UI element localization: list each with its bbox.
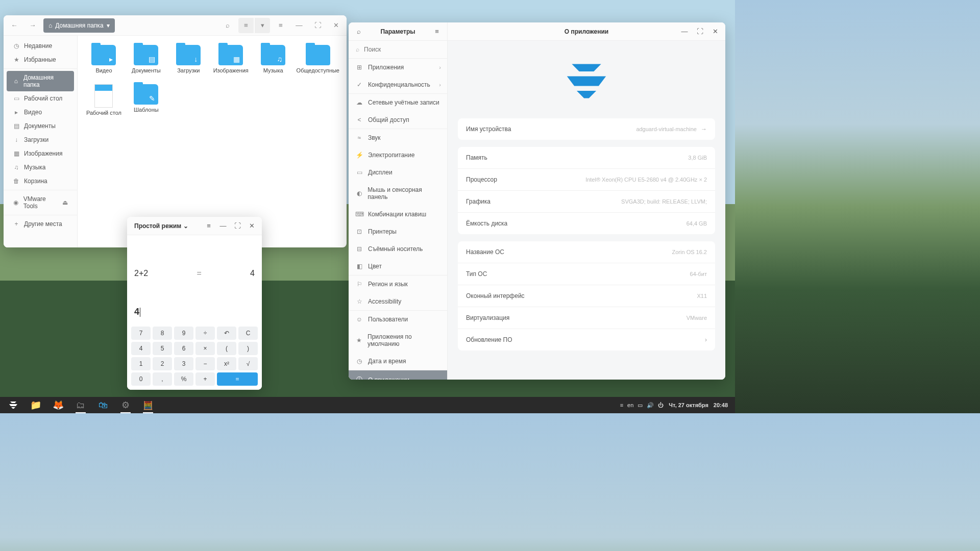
sidebar-item[interactable]: ◉VMware Tools⏏ — [7, 192, 74, 213]
folder-item[interactable]: ▤Документы — [126, 42, 166, 77]
settings-sidebar-item[interactable]: ◐Мышь и сенсорная панель — [349, 181, 447, 206]
nav-forward-button[interactable]: → — [25, 18, 40, 33]
settings-sidebar-item[interactable]: ☆Accessibility — [349, 293, 447, 310]
taskbar-settings-icon[interactable]: ⚙ — [115, 397, 136, 413]
maximize-button[interactable]: ⛶ — [230, 219, 244, 233]
sidebar-item[interactable]: ◷Недавние — [7, 39, 74, 53]
calc-key[interactable]: 0 — [131, 372, 151, 386]
sidebar-item[interactable]: ↓Загрузки — [7, 133, 74, 146]
sidebar-item[interactable]: 🗑Корзина — [7, 174, 74, 188]
calc-key[interactable]: 2 — [153, 357, 172, 370]
settings-sidebar-item[interactable]: ◧Цвет — [349, 258, 447, 275]
search-button[interactable]: ⌕ — [220, 18, 235, 33]
taskbar-files-icon[interactable]: 📁 — [26, 397, 46, 413]
calc-key[interactable]: 8 — [153, 327, 172, 340]
calc-key[interactable]: ( — [217, 342, 236, 355]
settings-sidebar-item[interactable]: ⓘО приложении — [349, 370, 447, 380]
taskbar-nautilus-icon[interactable]: 🗂 — [70, 397, 91, 413]
settings-sidebar-item[interactable]: ✓Конфиденциальность› — [349, 76, 447, 93]
settings-sidebar-item[interactable]: ★Приложения по умолчанию — [349, 328, 447, 353]
calc-key[interactable]: ↶ — [217, 327, 236, 340]
sidebar-item[interactable]: ▦Изображения — [7, 147, 74, 160]
settings-sidebar-item[interactable]: <Общий доступ — [349, 111, 447, 129]
info-row[interactable]: Обновление ПО› — [458, 329, 715, 350]
hamburger-menu-button[interactable]: ≡ — [430, 24, 444, 39]
calc-key[interactable]: 5 — [153, 342, 172, 355]
calc-key[interactable]: % — [174, 372, 193, 386]
tray-menu-icon[interactable]: ≡ — [620, 402, 623, 408]
calc-key[interactable]: 9 — [174, 327, 193, 340]
settings-sidebar-item[interactable]: ☁Сетевые учётные записи — [349, 94, 447, 111]
calc-key[interactable]: × — [195, 342, 215, 355]
breadcrumb[interactable]: ⌂ Домашняя папка ▾ — [43, 18, 115, 33]
minimize-button[interactable]: — — [291, 18, 307, 33]
eject-icon[interactable]: ⏏ — [62, 199, 68, 206]
calc-key[interactable]: x² — [217, 357, 236, 370]
tray-lang-indicator[interactable]: en — [627, 402, 633, 408]
device-name-row[interactable]: Имя устройства adguard-virtual-machine→ — [458, 118, 715, 140]
settings-sidebar-item[interactable]: ⊞Приложения› — [349, 59, 447, 76]
calc-key[interactable]: , — [153, 372, 172, 386]
taskbar-software-icon[interactable]: 🛍 — [93, 397, 113, 413]
nav-back-button[interactable]: ← — [7, 18, 22, 33]
calc-key[interactable]: 6 — [174, 342, 193, 355]
calc-equals-button[interactable]: = — [217, 372, 258, 386]
calc-key[interactable]: 7 — [131, 327, 151, 340]
settings-sidebar-item[interactable]: ⌨Комбинации клавиш — [349, 206, 447, 223]
hamburger-menu-button[interactable]: ≡ — [273, 18, 288, 33]
folder-item[interactable]: ▸Видео — [84, 42, 124, 77]
sidebar-item[interactable]: ▸Видео — [7, 106, 74, 119]
taskbar-firefox-icon[interactable]: 🦊 — [48, 397, 68, 413]
sidebar-item[interactable]: +Другие места — [7, 217, 74, 231]
close-button[interactable]: ✕ — [244, 219, 259, 233]
tray-volume-icon[interactable]: 🔊 — [647, 402, 654, 409]
calc-key[interactable]: − — [195, 357, 215, 370]
calc-input[interactable]: 4 — [134, 307, 255, 317]
folder-item[interactable]: ▦Изображения — [211, 42, 251, 77]
start-menu-button[interactable] — [3, 397, 23, 413]
tray-date[interactable]: Чт, 27 октября — [669, 402, 708, 408]
calc-key[interactable]: 1 — [131, 357, 151, 370]
tray-time[interactable]: 20:48 — [714, 402, 728, 408]
taskbar-calculator-icon[interactable]: 🧮 — [138, 397, 158, 413]
calc-key[interactable]: C — [238, 327, 258, 340]
close-button[interactable]: ✕ — [708, 24, 722, 39]
tray-power-icon[interactable]: ⏻ — [658, 402, 664, 408]
settings-sidebar-item[interactable]: ⚐Регион и язык — [349, 276, 447, 293]
sidebar-item[interactable]: ★Избранные — [7, 53, 74, 66]
maximize-button[interactable]: ⛶ — [693, 24, 707, 39]
sidebar-item[interactable]: ▭Рабочий стол — [7, 92, 74, 105]
sidebar-item[interactable]: ▤Документы — [7, 119, 74, 133]
folder-item[interactable]: ✎Шаблоны — [126, 81, 166, 119]
settings-search-input[interactable] — [354, 44, 442, 55]
settings-sidebar-item[interactable]: ⊡Принтеры — [349, 223, 447, 240]
sidebar-item[interactable]: ♫Музыка — [7, 161, 74, 174]
folder-item[interactable]: Рабочий стол — [84, 81, 124, 119]
settings-sidebar-item[interactable]: ☺Пользователи — [349, 311, 447, 328]
minimize-button[interactable]: — — [216, 219, 230, 233]
hamburger-menu-button[interactable]: ≡ — [202, 219, 216, 233]
calc-mode-dropdown[interactable]: Простой режим ⌄ — [130, 222, 192, 230]
search-button[interactable]: ⌕ — [352, 24, 366, 39]
calc-key[interactable]: √ — [238, 357, 258, 370]
folder-item[interactable]: Общедоступные — [296, 42, 340, 77]
close-button[interactable]: ✕ — [328, 18, 344, 33]
view-dropdown-button[interactable]: ▾ — [255, 18, 270, 33]
folder-item[interactable]: ↓Загрузки — [168, 42, 209, 77]
settings-sidebar-item[interactable]: ◷Дата и время — [349, 353, 447, 370]
calc-key[interactable]: 4 — [131, 342, 151, 355]
minimize-button[interactable]: — — [677, 24, 692, 39]
maximize-button[interactable]: ⛶ — [310, 18, 325, 33]
settings-sidebar-item[interactable]: ⚡Электропитание — [349, 146, 447, 164]
calc-key[interactable]: ÷ — [195, 327, 215, 340]
view-list-button[interactable]: ≡ — [238, 18, 254, 33]
settings-sidebar-item[interactable]: ▭Дисплеи — [349, 164, 447, 181]
calc-key[interactable]: + — [195, 372, 215, 386]
tray-display-icon[interactable]: ▭ — [638, 402, 643, 409]
calc-key[interactable]: ) — [238, 342, 258, 355]
settings-sidebar-item[interactable]: ⊟Съёмный носитель — [349, 240, 447, 258]
sidebar-item[interactable]: ⌂Домашняя папка — [7, 71, 74, 91]
settings-sidebar-item[interactable]: ≈Звук — [349, 129, 447, 146]
folder-item[interactable]: ♫Музыка — [253, 42, 293, 77]
calc-key[interactable]: 3 — [174, 357, 193, 370]
